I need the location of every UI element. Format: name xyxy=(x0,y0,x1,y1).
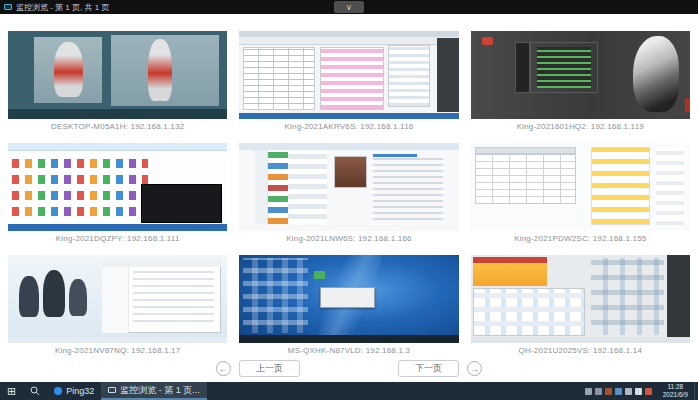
preview-decor xyxy=(515,42,530,93)
pagination: ← 上一页 下一页 → xyxy=(0,355,698,382)
preview-decor xyxy=(471,337,690,343)
remote-screen-cell-6[interactable]: King-2021PDW2SC: 192.168.1.155 xyxy=(471,143,690,243)
monitor-app-icon xyxy=(108,387,116,393)
preview-decor xyxy=(19,276,39,316)
system-tray xyxy=(580,382,657,400)
preview-decor xyxy=(239,143,458,150)
preview-decor xyxy=(373,154,443,224)
thumbnail-caption: King-2021PDW2SC: 192.168.1.155 xyxy=(471,234,690,243)
preview-decor xyxy=(102,267,128,333)
prev-page-button[interactable]: 上一页 xyxy=(239,360,300,377)
preview-decor xyxy=(473,288,585,336)
clock-date: 2021/6/9 xyxy=(663,391,688,399)
remote-desktop-thumbnail[interactable] xyxy=(239,31,458,119)
preview-decor xyxy=(482,37,493,45)
thumbnail-caption: MS-QXHK-N87VLD: 192.168.1.3 xyxy=(239,346,458,355)
titlebar: 监控浏览 - 第 1 页, 共 1 页 ∨ xyxy=(0,0,698,14)
next-page-group: 下一页 → xyxy=(398,360,482,377)
ping32-app-icon xyxy=(54,387,62,395)
preview-decor xyxy=(437,38,459,112)
prev-page-group: ← 上一页 xyxy=(216,360,300,377)
preview-decor xyxy=(69,279,87,316)
search-icon xyxy=(30,386,40,396)
preview-decor xyxy=(43,270,65,318)
preview-decor xyxy=(268,150,288,224)
thumbnail-caption: King-2021LNW6S: 192.168.1.166 xyxy=(239,234,458,243)
preview-decor xyxy=(8,109,227,119)
preview-decor xyxy=(243,47,315,110)
preview-decor xyxy=(12,154,148,216)
next-page-arrow-button[interactable]: → xyxy=(467,361,482,376)
windows-logo-icon: ⊞ xyxy=(7,385,16,398)
preview-decor xyxy=(102,259,220,267)
taskbar-app-ping32[interactable]: Ping32 xyxy=(47,382,101,400)
remote-desktop-thumbnail[interactable] xyxy=(239,255,458,343)
window-title: 监控浏览 - 第 1 页, 共 1 页 xyxy=(16,2,109,13)
remote-screen-cell-1[interactable]: DESKTOP-M05A1H: 192.168.1.132 xyxy=(8,31,227,131)
preview-decor xyxy=(239,37,458,45)
next-page-button[interactable]: 下一页 xyxy=(398,360,459,377)
thumbnail-caption: King-2021AKRV6S: 192.168.1.116 xyxy=(239,122,458,131)
preview-decor xyxy=(320,287,375,308)
arrow-right-icon: → xyxy=(470,363,480,374)
preview-decor xyxy=(255,150,268,224)
remote-screen-cell-2[interactable]: King-2021AKRV6S: 192.168.1.116 xyxy=(239,31,458,131)
toolbar-dropdown-button[interactable]: ∨ xyxy=(334,1,364,13)
taskbar-app-monitor-active[interactable]: 监控浏览 - 第 1 页... xyxy=(101,382,207,400)
remote-desktop-thumbnail[interactable] xyxy=(471,255,690,343)
preview-decor xyxy=(373,154,417,158)
preview-decor xyxy=(334,156,367,188)
remote-desktop-thumbnail[interactable] xyxy=(8,31,227,119)
preview-decor xyxy=(530,42,598,93)
preview-decor xyxy=(133,271,214,327)
tray-icon-7[interactable] xyxy=(645,388,652,395)
remote-desktop-thumbnail[interactable] xyxy=(8,255,227,343)
taskbar-spacer xyxy=(207,382,580,400)
screens-grid: DESKTOP-M05A1H: 192.168.1.132 King-2021A… xyxy=(0,14,698,355)
preview-decor xyxy=(685,98,690,112)
remote-screen-cell-8[interactable]: MS-QXHK-N87VLD: 192.168.1.3 xyxy=(239,255,458,355)
tray-icon-6[interactable] xyxy=(635,388,642,395)
taskbar-clock[interactable]: 11:28 2021/6/9 xyxy=(657,382,694,400)
thumbnail-caption: DESKTOP-M05A1H: 192.168.1.132 xyxy=(8,122,227,131)
preview-decor xyxy=(239,113,458,119)
thumbnail-caption: King-2021DQZPY: 192.168.1.111 xyxy=(8,234,227,243)
preview-decor xyxy=(473,263,548,286)
app-window: 监控浏览 - 第 1 页, 共 1 页 ∨ DESKTOP-M05A1H: 19… xyxy=(0,0,698,400)
preview-decor xyxy=(591,147,650,224)
tray-icon-4[interactable] xyxy=(615,388,622,395)
preview-decor xyxy=(141,184,222,223)
chevron-down-icon: ∨ xyxy=(346,3,352,12)
preview-decor xyxy=(633,36,679,112)
show-desktop-button[interactable] xyxy=(694,382,698,400)
search-button[interactable] xyxy=(23,382,47,400)
remote-screen-cell-4[interactable]: King-2021DQZPY: 192.168.1.111 xyxy=(8,143,227,243)
preview-decor xyxy=(475,154,576,203)
remote-screen-cell-5[interactable]: King-2021LNW6S: 192.168.1.166 xyxy=(239,143,458,243)
remote-desktop-thumbnail[interactable] xyxy=(471,143,690,231)
preview-decor xyxy=(320,47,384,110)
preview-decor xyxy=(8,337,227,343)
taskbar: ⊞ Ping32 监控浏览 - 第 1 页... 11:28 xyxy=(0,382,698,400)
remote-screen-cell-7[interactable]: King-2021NV87NQ: 192.168.1.17 xyxy=(8,255,227,355)
start-button[interactable]: ⊞ xyxy=(0,382,23,400)
preview-decor xyxy=(388,45,430,107)
tray-icon-1[interactable] xyxy=(585,388,592,395)
remote-screen-cell-9[interactable]: QH-2021U2025VS: 192.168.1.14 xyxy=(471,255,690,355)
arrow-left-icon: ← xyxy=(219,363,229,374)
tray-icon-2[interactable] xyxy=(595,388,602,395)
preview-decor xyxy=(475,147,576,155)
remote-desktop-thumbnail[interactable] xyxy=(239,143,458,231)
remote-desktop-thumbnail[interactable] xyxy=(471,31,690,119)
remote-screen-cell-3[interactable]: King-2021601HQ2: 192.168.1.119 xyxy=(471,31,690,131)
preview-decor xyxy=(243,258,309,334)
thumbnail-caption: King-2021601HQ2: 192.168.1.119 xyxy=(471,122,690,131)
thumbnail-caption: King-2021NV87NQ: 192.168.1.17 xyxy=(8,346,227,355)
preview-decor xyxy=(8,143,227,151)
preview-decor xyxy=(591,258,663,335)
remote-desktop-thumbnail[interactable] xyxy=(8,143,227,231)
prev-page-arrow-button[interactable]: ← xyxy=(216,361,231,376)
tray-icon-5[interactable] xyxy=(625,388,632,395)
tray-icon-3[interactable] xyxy=(605,388,612,395)
preview-decor xyxy=(288,150,327,224)
